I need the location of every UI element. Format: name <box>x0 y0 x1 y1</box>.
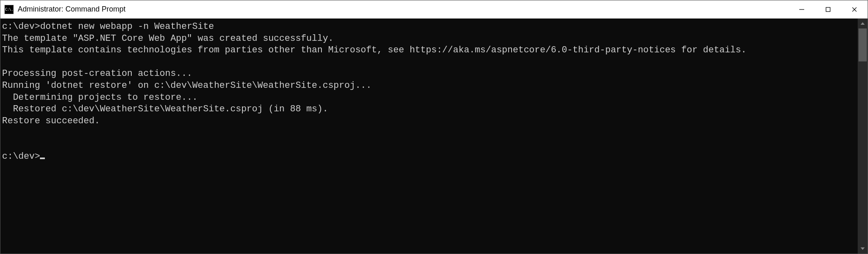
typed-command: dotnet new webapp -n WeatherSite <box>40 21 214 32</box>
window-controls <box>789 0 868 18</box>
svg-rect-1 <box>826 7 830 12</box>
scroll-thumb[interactable] <box>859 28 867 61</box>
minimize-icon <box>799 7 805 12</box>
cmd-icon: C:\. <box>5 5 14 14</box>
scroll-up-arrow-icon[interactable] <box>858 19 868 28</box>
command-prompt-window: C:\. Administrator: Command Prompt <box>0 0 868 254</box>
prompt: c:\dev> <box>2 21 40 32</box>
output-line: Running 'dotnet restore' on c:\dev\Weath… <box>2 80 372 91</box>
output-line: Restored c:\dev\WeatherSite\WeatherSite.… <box>2 104 328 114</box>
close-button[interactable] <box>841 0 868 18</box>
scroll-track[interactable] <box>858 28 868 244</box>
output-line: Determining projects to restore... <box>2 92 198 103</box>
titlebar[interactable]: C:\. Administrator: Command Prompt <box>0 0 868 19</box>
close-icon <box>852 7 857 12</box>
minimize-button[interactable] <box>789 0 815 18</box>
prompt: c:\dev> <box>2 151 40 162</box>
maximize-button[interactable] <box>815 0 841 18</box>
window-title: Administrator: Command Prompt <box>18 5 126 14</box>
output-line: Restore succeeded. <box>2 116 100 126</box>
text-cursor <box>40 158 45 159</box>
console-output[interactable]: c:\dev>dotnet new webapp -n WeatherSite … <box>0 19 858 254</box>
output-line: The template "ASP.NET Core Web App" was … <box>2 33 333 44</box>
output-line: This template contains technologies from… <box>2 45 747 55</box>
maximize-icon <box>825 7 831 12</box>
output-line: Processing post-creation actions... <box>2 68 192 79</box>
scroll-down-arrow-icon[interactable] <box>858 244 868 254</box>
vertical-scrollbar[interactable] <box>858 19 868 254</box>
console-area: c:\dev>dotnet new webapp -n WeatherSite … <box>0 19 868 254</box>
